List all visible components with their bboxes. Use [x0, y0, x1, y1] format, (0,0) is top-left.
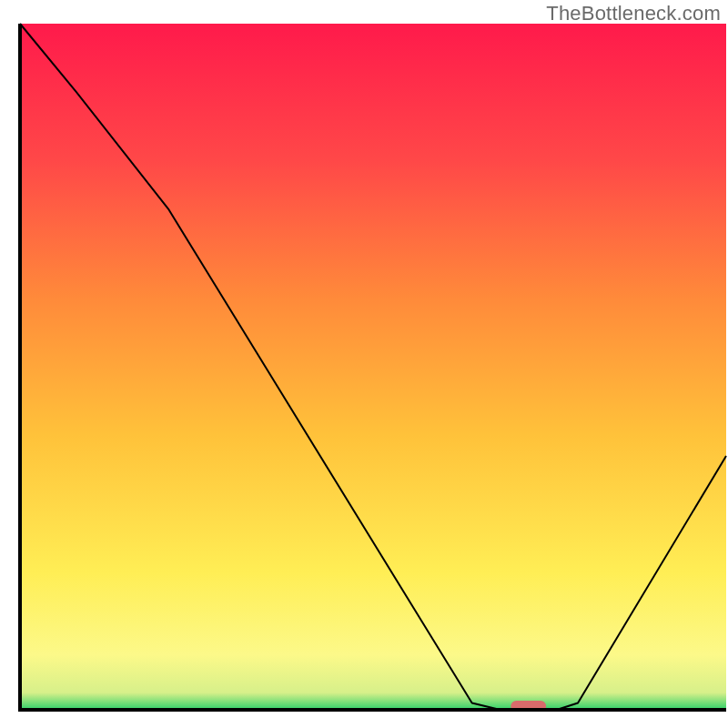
chart-canvas: [0, 0, 728, 728]
watermark-label: TheBottleneck.com: [546, 2, 721, 25]
bottleneck-chart: TheBottleneck.com: [0, 0, 728, 728]
chart-background: [20, 24, 726, 710]
